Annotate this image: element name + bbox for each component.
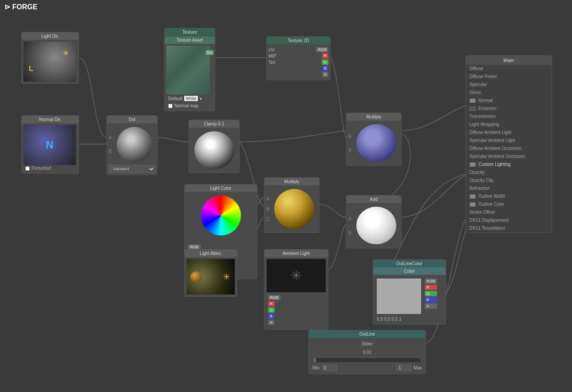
add-node: Add A B bbox=[346, 195, 402, 248]
outline-color-inner: Color bbox=[373, 267, 446, 275]
perturbed-row: Perturbed bbox=[24, 165, 77, 172]
custom-lighting-swatch bbox=[469, 162, 476, 167]
b-badge: B bbox=[322, 66, 328, 71]
normal-swatch bbox=[469, 98, 476, 103]
item-gloss-label: Gloss bbox=[469, 90, 481, 95]
item-gloss: Gloss bbox=[466, 89, 552, 97]
multiply-mid-header: Multiply bbox=[264, 178, 319, 185]
multiply-top-port-b: B bbox=[348, 148, 351, 153]
item-specular-ambient: Specular Ambient Light bbox=[466, 137, 552, 145]
dot-ports: A B bbox=[109, 125, 155, 164]
outline-width-swatch bbox=[469, 194, 476, 199]
emission-swatch bbox=[469, 106, 476, 111]
oc-r: R bbox=[425, 285, 437, 290]
amb-rgb-row: RGB bbox=[268, 295, 324, 300]
main-panel: Main Diffuse Diffuse Power Specular Glos… bbox=[465, 55, 552, 233]
perturbed-checkbox[interactable] bbox=[25, 166, 30, 171]
b-port-row: B bbox=[268, 66, 328, 71]
item-transmission-label: Transmission bbox=[469, 114, 496, 119]
normal-dir-body: N Perturbed bbox=[22, 123, 79, 173]
multiply-mid-content: A B C bbox=[266, 187, 317, 231]
a-port-row: A bbox=[268, 72, 328, 77]
item-outline-width: Outline Width bbox=[466, 192, 552, 200]
add-port-a: A bbox=[348, 216, 351, 221]
ambient-icon: ✳ bbox=[291, 268, 302, 283]
light-dir-body: L ☀ bbox=[22, 40, 79, 83]
oc-g: G bbox=[425, 291, 437, 296]
clamp-node: Clamp 0-1 bbox=[189, 120, 240, 173]
rgb-badge: RGB bbox=[316, 47, 328, 52]
slider-value: 0.02 bbox=[311, 348, 424, 357]
outline-node: OutLine Slider 0.02 Min Max bbox=[308, 330, 426, 374]
r-badge: R bbox=[322, 53, 329, 59]
normal-dir-preview: N bbox=[24, 125, 76, 165]
ambient-preview: ✳ bbox=[267, 259, 326, 292]
color-wheel bbox=[199, 196, 243, 240]
mip-label: MIP bbox=[268, 54, 276, 59]
clamp-sphere bbox=[194, 131, 234, 169]
add-header: Add bbox=[347, 196, 401, 203]
add-body: A B bbox=[347, 203, 401, 248]
default-label: Default bbox=[168, 96, 182, 101]
g-badge: G bbox=[322, 59, 328, 65]
item-specular-ao-label: Specular Ambient Occlusion bbox=[469, 154, 525, 159]
outline-color-header: OutLineColor bbox=[373, 260, 446, 267]
light-atten-node: Light Atten. ✳ bbox=[184, 249, 237, 297]
oc-rgb: RGB bbox=[425, 278, 437, 284]
dot-select[interactable]: Standard bbox=[109, 165, 155, 173]
atten-sphere bbox=[190, 271, 201, 282]
item-specular-ao: Specular Ambient Occlusion bbox=[466, 153, 552, 161]
a-badge: A bbox=[322, 72, 328, 77]
item-diffuse: Diffuse bbox=[466, 65, 552, 73]
item-refraction: Refraction bbox=[466, 184, 552, 192]
texture-footer: Default White ▾ bbox=[166, 94, 213, 102]
uv-port-row: UV RGB bbox=[268, 47, 328, 52]
amb-r-row: R bbox=[268, 301, 324, 306]
item-outline-color-label: Outline Color bbox=[478, 202, 504, 207]
multiply-top-ports: A B bbox=[348, 134, 351, 153]
item-diffuse-ambient: Diffuse Ambient Light bbox=[466, 129, 552, 137]
slider-fill bbox=[314, 358, 316, 362]
item-opacity-clip: Opacity Clip bbox=[466, 176, 552, 184]
dot-body: A B Standard bbox=[107, 123, 157, 175]
item-vertex-offset-label: Vertex Offset bbox=[469, 210, 495, 215]
item-dx11-displacement-label: DX11 Displacement bbox=[469, 218, 509, 223]
slider-title: Slider bbox=[311, 340, 424, 348]
tex-label: Tex bbox=[268, 60, 276, 65]
item-diffuse-ambient-label: Diffuse Ambient Light bbox=[469, 130, 511, 135]
multiply-mid-ports: A B C bbox=[266, 196, 269, 222]
texture-outer-header: Texture bbox=[165, 28, 215, 36]
outline-color-preview bbox=[377, 278, 421, 314]
item-custom-lighting: Custom Lighting bbox=[466, 161, 552, 169]
light-dir-sun-icon: ☀ bbox=[62, 48, 69, 58]
dot-port-b: B bbox=[109, 149, 112, 154]
texture-tex-port: Tex bbox=[205, 50, 213, 55]
multiply-top-port-a: A bbox=[348, 134, 351, 139]
multiply-mid-node: Multiply A B C bbox=[264, 177, 320, 233]
slider-track[interactable] bbox=[313, 357, 421, 363]
outline-color-ports: RGB R G B A bbox=[423, 277, 439, 310]
max-value-input[interactable] bbox=[396, 365, 412, 371]
normal-map-checkbox[interactable] bbox=[168, 104, 173, 108]
light-dir-preview: L ☀ bbox=[24, 42, 76, 82]
item-emission-label: Emission bbox=[478, 106, 497, 111]
item-diffuse-label: Diffuse bbox=[469, 66, 483, 71]
item-dx11-tessellation-label: DX11 Tessellation bbox=[469, 226, 505, 231]
item-emission: Emission bbox=[466, 105, 552, 113]
dropdown-icon[interactable]: ▾ bbox=[200, 96, 202, 101]
outline-color-node: OutLineColor Color RGB R G B A 0.5 0.5 0… bbox=[373, 259, 446, 325]
min-value-input[interactable] bbox=[321, 365, 337, 371]
item-dx11-tessellation: DX11 Tessellation bbox=[466, 224, 552, 232]
light-dir-header: Light Dir. bbox=[22, 32, 79, 40]
tex-port-row: Tex G bbox=[268, 59, 328, 65]
normal-dir-node: Normal Dir. N Perturbed bbox=[21, 115, 79, 174]
multiply-top-sphere bbox=[356, 124, 396, 162]
item-outline-width-label: Outline Width bbox=[478, 194, 505, 199]
item-opacity-clip-label: Opacity Clip bbox=[469, 178, 493, 183]
min-label: Min bbox=[312, 365, 320, 370]
multiply-mid-sphere bbox=[274, 189, 314, 229]
item-opacity-label: Opacity bbox=[469, 170, 485, 175]
clamp-header: Clamp 0-1 bbox=[189, 120, 239, 128]
max-label: Max bbox=[414, 365, 422, 370]
multiply-top-node: Multiply A B bbox=[346, 113, 402, 166]
